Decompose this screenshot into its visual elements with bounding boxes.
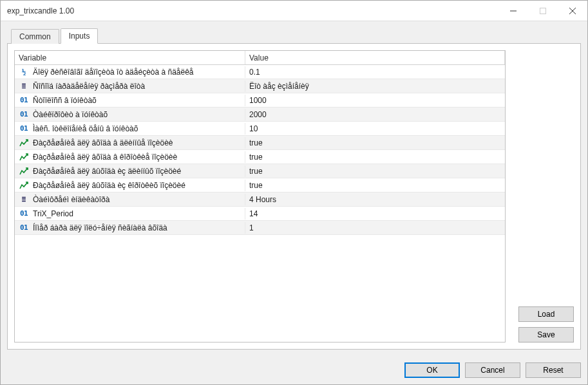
cell-value[interactable]: 1000 xyxy=(245,95,505,106)
col-value[interactable]: Value xyxy=(245,51,505,64)
table-body: ½Äîëÿ ðèñêîâîãî äåïîçèòà îò àäåéçèòà à ñ… xyxy=(15,65,505,342)
variable-name: Ðàçðåøåíèå äëÿ âõîäà â äëèííûå ïîçèöèè xyxy=(33,138,173,147)
variable-name: Ðàçðåøåíèå äëÿ âûõîäà èç êîðîòêèõ ïîçèöè… xyxy=(33,181,185,190)
close-button[interactable] xyxy=(558,1,587,21)
integer-icon: 01 xyxy=(19,110,29,118)
window-controls xyxy=(498,1,587,21)
integer-icon: 01 xyxy=(19,124,29,133)
ok-button[interactable]: OK xyxy=(404,362,460,378)
cell-value[interactable]: true xyxy=(245,180,505,191)
cell-value[interactable]: 1 xyxy=(245,222,505,234)
cell-variable: ≣Òàéìôðåéì èíäèêàòîðà xyxy=(15,194,245,205)
variable-name: Òàéêïðîôèò à ïóíêòàõ xyxy=(33,110,108,119)
cell-value[interactable]: 14 xyxy=(245,208,505,220)
col-variable[interactable]: Variable xyxy=(15,51,245,64)
cell-variable: ≣Ñîñîïá íàðàäåëåíèÿ ðàçìåðà ëîòà xyxy=(15,80,245,92)
cell-value[interactable]: true xyxy=(245,165,505,177)
table-row[interactable]: Ðàçðåøåíèå äëÿ âûõîäà èç äëèííûõ ïîçèöèé… xyxy=(15,164,505,178)
tab-strip: Common Inputs xyxy=(7,28,581,43)
cell-variable: 01Òàéêïðîôèò à ïóíêòàõ xyxy=(15,109,245,120)
cell-variable: Ðàçðåøåíèå äëÿ âûõîäà èç êîðîòêèõ ïîçèöè… xyxy=(15,180,245,191)
cell-variable: 01Íîìåð áàðà äëÿ ïîëó÷åíèÿ ñèãíàëà âõîäà xyxy=(15,222,245,234)
variable-name: Äîëÿ ðèñêîâîãî äåïîçèòà îò àäåéçèòà à ñä… xyxy=(33,68,194,77)
variable-name: Ðàçðåøåíèå äëÿ âõîäà â êîðîòêèå ïîçèöèè xyxy=(33,153,177,162)
cell-value[interactable]: 4 Hours xyxy=(245,194,505,205)
inputs-panel: Variable Value ½Äîëÿ ðèñêîâîãî äåïîçèòà … xyxy=(7,43,581,350)
bool-arrow-icon xyxy=(19,153,28,161)
fraction-icon: ½ xyxy=(19,68,29,76)
reset-button[interactable]: Reset xyxy=(526,362,581,378)
table-header: Variable Value xyxy=(15,51,505,65)
bool-icon xyxy=(19,153,29,161)
cell-value[interactable]: 2000 xyxy=(245,109,505,120)
variable-name: Íîìåð áàðà äëÿ ïîëó÷åíèÿ ñèãíàëà âõîäà xyxy=(33,223,167,232)
variable-name: Ðàçðåøåíèå äëÿ âûõîäà èç äëèííûõ ïîçèöèé xyxy=(33,167,181,176)
integer-icon: 01 xyxy=(19,209,29,218)
table-row[interactable]: ≣Òàéìôðåéì èíäèêàòîðà4 Hours xyxy=(15,192,505,207)
save-button[interactable]: Save xyxy=(518,327,574,343)
variable-name: Ñòîïëîññ â ïóíêòàõ xyxy=(33,96,97,105)
table-row[interactable]: 01Íîìåð áàðà äëÿ ïîëó÷åíèÿ ñèãíàëà âõîäà… xyxy=(15,221,505,235)
maximize-button[interactable] xyxy=(528,1,558,21)
bool-icon xyxy=(19,182,29,189)
client-area: Common Inputs Variable Value ½Äîëÿ ðèñêî… xyxy=(1,21,587,356)
bool-arrow-icon xyxy=(19,182,28,189)
table-row[interactable]: ½Äîëÿ ðèñêîâîãî äåïîçèòà îò àäåéçèòà à ñ… xyxy=(15,65,505,79)
bool-icon xyxy=(19,167,29,175)
load-button[interactable]: Load xyxy=(518,306,574,322)
cell-variable: Ðàçðåøåíèå äëÿ âûõîäà èç äëèííûõ ïîçèöèé xyxy=(15,165,245,177)
svg-rect-1 xyxy=(540,8,546,14)
cell-value[interactable]: 10 xyxy=(245,123,505,135)
bool-arrow-icon xyxy=(19,167,28,175)
variable-name: Ñîñîïá íàðàäåëåíèÿ ðàçìåðà ëîòà xyxy=(33,82,145,91)
table-row[interactable]: Ðàçðåøåíèå äëÿ âõîäà â êîðîòêèå ïîçèöèèt… xyxy=(15,150,505,164)
dialog-window: exp_trixcandle 1.00 Common Inputs Variab… xyxy=(0,0,588,385)
table-row[interactable]: 01Òàéêïðîôèò à ïóíêòàõ2000 xyxy=(15,108,505,122)
tab-inputs[interactable]: Inputs xyxy=(61,28,99,44)
cell-value[interactable]: true xyxy=(245,137,505,149)
cell-variable: 01Ñòîïëîññ â ïóíêòàõ xyxy=(15,95,245,106)
cell-variable: Ðàçðåøåíèå äëÿ âõîäà â êîðîòêèå ïîçèöèè xyxy=(15,151,245,163)
integer-icon: 01 xyxy=(19,223,29,232)
maximize-icon xyxy=(540,8,546,14)
close-icon xyxy=(569,8,576,14)
enum-icon: ≣ xyxy=(19,195,29,203)
cell-variable: Ðàçðåøåíèå äëÿ âõîäà â äëèííûå ïîçèöèè xyxy=(15,137,245,149)
table-row[interactable]: Ðàçðåøåíèå äëÿ âõîäà â äëèííûå ïîçèöèètr… xyxy=(15,136,505,150)
variable-name: Ìàêñ. îòêëîíåíèå öåíû â ïóíêòàõ xyxy=(33,124,138,133)
bool-arrow-icon xyxy=(19,139,28,147)
variable-name: TriX_Period xyxy=(33,209,73,218)
cell-value[interactable]: true xyxy=(245,151,505,163)
tab-common[interactable]: Common xyxy=(11,29,59,44)
dialog-footer: OK Cancel Reset xyxy=(1,356,587,384)
table-row[interactable]: 01TriX_Period14 xyxy=(15,207,505,221)
cell-value[interactable]: Ëîò àåç èçìåíåíèÿ xyxy=(245,80,505,92)
table-row[interactable]: ≣Ñîñîïá íàðàäåëåíèÿ ðàçìåðà ëîòàËîò àåç … xyxy=(15,79,505,93)
cell-variable: 01Ìàêñ. îòêëîíåíèå öåíû â ïóíêòàõ xyxy=(15,123,245,135)
minimize-icon xyxy=(510,8,517,14)
table-row[interactable]: 01Ìàêñ. îòêëîíåíèå öåíû â ïóíêòàõ10 xyxy=(15,122,505,136)
cell-variable: ½Äîëÿ ðèñêîâîãî äåïîçèòà îò àäåéçèòà à ñ… xyxy=(15,66,245,78)
titlebar: exp_trixcandle 1.00 xyxy=(1,1,587,21)
table-row[interactable]: Ðàçðåøåíèå äëÿ âûõîäà èç êîðîòêèõ ïîçèöè… xyxy=(15,178,505,192)
bool-icon xyxy=(19,139,29,147)
variable-name: Òàéìôðåéì èíäèêàòîðà xyxy=(33,195,109,204)
cell-value[interactable]: 0.1 xyxy=(245,66,505,78)
cancel-button[interactable]: Cancel xyxy=(465,362,520,378)
side-buttons: Load Save xyxy=(512,50,574,343)
table-row[interactable]: 01Ñòîïëîññ â ïóíêòàõ1000 xyxy=(15,93,505,108)
integer-icon: 01 xyxy=(19,96,29,104)
enum-icon: ≣ xyxy=(19,82,29,90)
cell-variable: 01TriX_Period xyxy=(15,208,245,220)
minimize-button[interactable] xyxy=(498,1,528,21)
inputs-table: Variable Value ½Äîëÿ ðèñêîâîãî äåïîçèòà … xyxy=(14,50,506,343)
window-title: exp_trixcandle 1.00 xyxy=(7,6,498,15)
